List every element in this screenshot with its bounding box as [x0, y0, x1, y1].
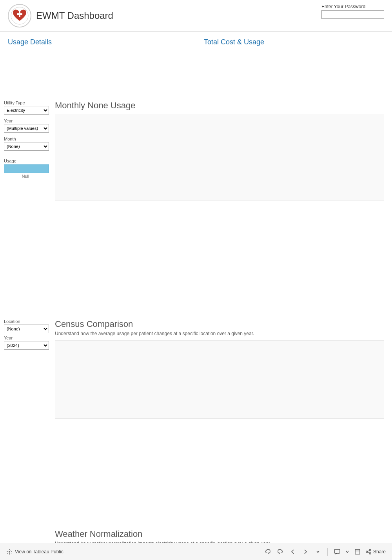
share-button[interactable]: Share: [365, 549, 386, 555]
monthly-chart-title: Monthly None Usage: [55, 100, 384, 111]
weather-title: Weather Normalization: [55, 529, 384, 539]
census-desc: Understand how the average usage per pat…: [55, 331, 384, 336]
methodist-logo-icon: [10, 6, 29, 26]
month-select[interactable]: (None): [4, 142, 49, 151]
census-section: Location (None) Year (2024) Census Compa…: [0, 311, 392, 423]
total-cost-header: Total Cost & Usage: [204, 38, 264, 46]
undo-button[interactable]: [263, 547, 272, 556]
logo-area: EWMT Dashboard: [8, 4, 113, 27]
census-chart-placeholder: [55, 340, 384, 419]
location-label: Location: [4, 319, 47, 324]
back-icon: [289, 548, 296, 555]
forward-button[interactable]: [301, 547, 310, 556]
redo-button[interactable]: [276, 547, 285, 556]
svg-point-18: [369, 549, 371, 551]
toolbar-divider: [327, 548, 328, 556]
year2-filter: Year (2024): [4, 336, 47, 350]
toolbar-right: Share: [263, 547, 386, 556]
monthly-chart-area: Monthly None Usage: [51, 97, 392, 205]
share-icon: [365, 549, 372, 555]
svg-line-11: [7, 550, 8, 551]
svg-rect-16: [355, 549, 360, 554]
year-label: Year: [4, 119, 47, 123]
header-spacer: [0, 49, 392, 97]
svg-line-14: [7, 553, 8, 554]
tableau-icon: [6, 549, 13, 555]
fullscreen-icon: [354, 548, 361, 555]
usage-details-section: Utility Type Electricity Year (Multiple …: [0, 97, 392, 205]
header: EWMT Dashboard Enter Your Password: [0, 0, 392, 32]
month-filter: Month (None): [4, 137, 47, 151]
comment-icon: [334, 548, 341, 555]
password-input[interactable]: [321, 10, 384, 19]
dropdown-button[interactable]: [313, 547, 323, 556]
share-label: Share: [373, 549, 386, 555]
usage-section: Usage Null: [4, 157, 47, 179]
census-filters: Location (None) Year (2024): [0, 315, 51, 423]
svg-point-20: [369, 553, 371, 554]
chevron-down-icon: [316, 550, 320, 554]
forward-icon: [302, 548, 309, 555]
usage-label: Usage: [4, 159, 47, 163]
filters-panel: Utility Type Electricity Year (Multiple …: [0, 97, 51, 205]
census-chart-area: Census Comparison Understand how the ave…: [51, 315, 392, 423]
svg-line-12: [11, 553, 11, 554]
redo-icon: [277, 548, 284, 555]
bottom-toolbar: View on Tableau Public: [0, 543, 392, 560]
census-spacer: [0, 423, 392, 517]
password-area: Enter Your Password: [321, 4, 384, 19]
back-button[interactable]: [288, 547, 298, 556]
svg-line-22: [368, 552, 369, 553]
svg-rect-15: [334, 549, 340, 553]
utility-type-select[interactable]: Electricity: [4, 106, 49, 115]
toolbar-left: View on Tableau Public: [6, 549, 260, 555]
year-select[interactable]: (Multiple values): [4, 124, 49, 133]
usage-details-header: Usage Details: [8, 38, 204, 46]
location-select[interactable]: (None): [4, 325, 49, 333]
password-label: Enter Your Password: [321, 4, 365, 9]
svg-line-13: [11, 550, 11, 551]
section-headers: Usage Details Total Cost & Usage: [0, 32, 392, 49]
svg-line-21: [368, 551, 369, 551]
usage-null-label: Null: [4, 174, 47, 179]
fullscreen-button[interactable]: [353, 547, 362, 556]
year2-select[interactable]: (2024): [4, 341, 49, 350]
svg-point-19: [366, 551, 368, 553]
mid-spacer: [0, 205, 392, 307]
comment-dropdown-icon: [346, 550, 349, 553]
location-filter: Location (None): [4, 319, 47, 333]
utility-type-filter: Utility Type Electricity: [4, 100, 47, 115]
undo-icon: [264, 548, 271, 555]
comment-button[interactable]: [332, 547, 342, 556]
month-label: Month: [4, 137, 47, 141]
svg-rect-2: [17, 13, 22, 15]
utility-type-label: Utility Type: [4, 100, 47, 105]
usage-bar: [4, 164, 49, 173]
view-on-tableau-link[interactable]: View on Tableau Public: [15, 549, 64, 555]
census-title: Census Comparison: [55, 319, 384, 329]
dashboard-title: EWMT Dashboard: [36, 10, 113, 21]
monthly-chart-placeholder: [55, 115, 384, 201]
svg-point-6: [9, 551, 10, 553]
year-filter: Year (Multiple values): [4, 119, 47, 133]
year2-label: Year: [4, 336, 47, 340]
logo-circle: [8, 4, 31, 27]
comment-dropdown-button[interactable]: [345, 547, 350, 556]
